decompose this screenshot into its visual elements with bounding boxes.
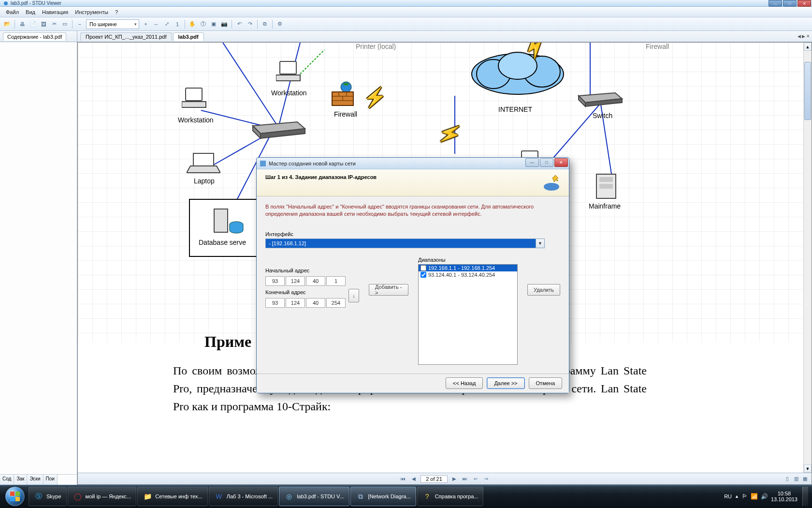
- start-button[interactable]: [2, 487, 28, 506]
- word-icon: W: [214, 492, 224, 501]
- menu-navigation[interactable]: Навигация: [39, 8, 71, 16]
- range-item[interactable]: 93.124.40.1 - 93.124.40.254: [419, 271, 517, 278]
- separator: [14, 20, 15, 29]
- doc-tab-2[interactable]: lab3.pdf: [173, 32, 204, 41]
- menu-tools[interactable]: Инструменты: [72, 8, 111, 16]
- hand-icon[interactable]: ✋: [188, 20, 197, 29]
- zoom-in-icon[interactable]: ＋: [141, 20, 150, 29]
- show-desktop-button[interactable]: [802, 487, 808, 506]
- next-button[interactable]: Далее >>: [487, 377, 524, 389]
- flag-icon[interactable]: 🏳: [742, 493, 748, 500]
- back-icon[interactable]: ⇐: [472, 475, 479, 483]
- export-image-icon[interactable]: 🖼: [39, 20, 48, 29]
- scroll-up-icon[interactable]: ▲: [804, 43, 812, 51]
- swap-button[interactable]: ↓: [348, 289, 359, 302]
- ip-octet[interactable]: 40: [306, 298, 325, 308]
- rotate-right-icon[interactable]: ↷: [246, 20, 254, 29]
- rotate-left-icon[interactable]: ↶: [235, 20, 244, 29]
- tab-prev-icon[interactable]: ◀: [798, 34, 801, 39]
- volume-icon[interactable]: 🔊: [761, 493, 768, 500]
- ip-octet[interactable]: 124: [286, 298, 305, 308]
- snapshot2-icon[interactable]: 📷: [220, 20, 229, 29]
- cancel-button[interactable]: Отмена: [529, 377, 562, 389]
- dialog-titlebar[interactable]: Мастер создания новой карты сети — □ ✕: [257, 158, 569, 169]
- network-icon[interactable]: 📶: [751, 493, 758, 500]
- dialog-close-button[interactable]: ✕: [554, 158, 568, 167]
- first-page-icon[interactable]: ⏮: [399, 475, 407, 483]
- task-opera[interactable]: ◯ мой ip — Яндекс...: [68, 487, 137, 506]
- tab-close-icon[interactable]: ✕: [806, 34, 810, 39]
- interface-combobox[interactable]: - [192.168.1.12] ▼: [265, 239, 545, 248]
- task-word[interactable]: W Лаб 3 - Microsoft ...: [209, 487, 278, 506]
- sidebar-tab-contents[interactable]: Содержание - lab3.pdf: [3, 32, 66, 41]
- prev-page-icon[interactable]: ◀: [410, 475, 418, 483]
- close-button[interactable]: ✕: [798, 0, 811, 7]
- open-icon[interactable]: 📂: [3, 20, 12, 29]
- copy-icon[interactable]: ⧉: [261, 20, 269, 29]
- scroll-thumb[interactable]: [804, 62, 811, 120]
- select-icon[interactable]: ▭: [60, 20, 69, 29]
- svg-rect-32: [599, 177, 613, 182]
- range-item[interactable]: 192.168.1.1 - 192.168.1.254: [419, 265, 517, 271]
- range-checkbox[interactable]: [420, 265, 426, 271]
- task-skype[interactable]: Ⓢ Skype: [29, 487, 67, 506]
- chevron-down-icon[interactable]: ▼: [536, 239, 544, 248]
- ip-octet[interactable]: 93: [265, 276, 285, 286]
- menu-file[interactable]: Файл: [3, 8, 22, 16]
- menu-help[interactable]: ?: [112, 8, 121, 16]
- task-stdu[interactable]: ◎ lab3.pdf - STDU V...: [279, 487, 349, 506]
- fit-page-icon[interactable]: ⤢: [162, 20, 171, 29]
- task-network-diagram[interactable]: ⧉ [Network Diagra...: [350, 487, 416, 506]
- vertical-scrollbar[interactable]: ▲ ▼: [803, 43, 812, 473]
- menu-view[interactable]: Вид: [23, 8, 38, 16]
- clock[interactable]: 10:58 13.10.2013: [771, 491, 798, 502]
- zoom-out-icon[interactable]: −: [75, 20, 84, 29]
- text-select-icon[interactable]: Ⓣ: [199, 20, 207, 29]
- doc-tab-1[interactable]: Проект ИС_КП_..._указ_2011.pdf: [80, 32, 172, 41]
- forward-icon[interactable]: ⇒: [482, 475, 490, 483]
- facing-icon[interactable]: ▦: [801, 475, 809, 483]
- sidebar-tab-search[interactable]: Пои: [44, 475, 58, 485]
- sidebar-tab-contents2[interactable]: Сод: [0, 475, 14, 485]
- maximize-button[interactable]: □: [783, 0, 797, 7]
- single-page-icon[interactable]: ▯: [783, 475, 791, 483]
- fit-width-icon[interactable]: ↔: [152, 20, 160, 29]
- sidebar-body[interactable]: [0, 42, 77, 474]
- print-icon[interactable]: 🖶: [18, 20, 27, 29]
- dialog-minimize-button[interactable]: —: [525, 158, 539, 167]
- export-text-icon[interactable]: 📄: [29, 20, 37, 29]
- delete-range-button[interactable]: Удалить: [527, 284, 560, 296]
- tab-next-icon[interactable]: ▶: [802, 34, 805, 39]
- back-button[interactable]: << Назад: [446, 377, 483, 389]
- end-address-input: 93 124 40 254: [265, 298, 346, 308]
- actual-size-icon[interactable]: 1: [173, 20, 182, 29]
- tray-chevron-icon[interactable]: ▲: [735, 494, 739, 499]
- dialog-maximize-button[interactable]: □: [540, 158, 553, 167]
- page-indicator: 2 of 21: [420, 475, 448, 483]
- skype-icon: Ⓢ: [34, 492, 44, 501]
- minimize-button[interactable]: —: [768, 0, 782, 7]
- zoom-select[interactable]: По ширине: [86, 19, 139, 29]
- titlebar[interactable]: lab3.pdf - STDU Viewer — □ ✕: [0, 0, 812, 7]
- scroll-down-icon[interactable]: ▼: [804, 464, 812, 473]
- add-range-button[interactable]: Добавить ->: [369, 284, 408, 296]
- settings-icon[interactable]: ⚙: [276, 20, 284, 29]
- ip-octet[interactable]: 124: [286, 276, 305, 286]
- sidebar-tab-bookmarks[interactable]: Зак: [14, 475, 27, 485]
- rect-select-icon[interactable]: ▣: [209, 20, 218, 29]
- sidebar-tab-thumbnails[interactable]: Эски: [27, 475, 43, 485]
- ip-octet[interactable]: 1: [326, 276, 346, 286]
- range-checkbox[interactable]: [420, 272, 426, 278]
- ip-octet[interactable]: 254: [326, 298, 346, 308]
- snapshot-icon[interactable]: ✂: [50, 20, 58, 29]
- lang-indicator[interactable]: RU: [724, 493, 732, 499]
- wizard-icon: [541, 172, 562, 194]
- continuous-icon[interactable]: ▥: [792, 475, 800, 483]
- ip-octet[interactable]: 93: [265, 298, 285, 308]
- next-page-icon[interactable]: ▶: [450, 475, 458, 483]
- task-help[interactable]: ? Справка програ...: [417, 487, 484, 506]
- ip-octet[interactable]: 40: [306, 276, 325, 286]
- ranges-listbox[interactable]: 192.168.1.1 - 192.168.1.254 93.124.40.1 …: [418, 264, 518, 365]
- task-folder[interactable]: 📁 Сетевые инф тех...: [137, 487, 207, 506]
- last-page-icon[interactable]: ⏭: [461, 475, 469, 483]
